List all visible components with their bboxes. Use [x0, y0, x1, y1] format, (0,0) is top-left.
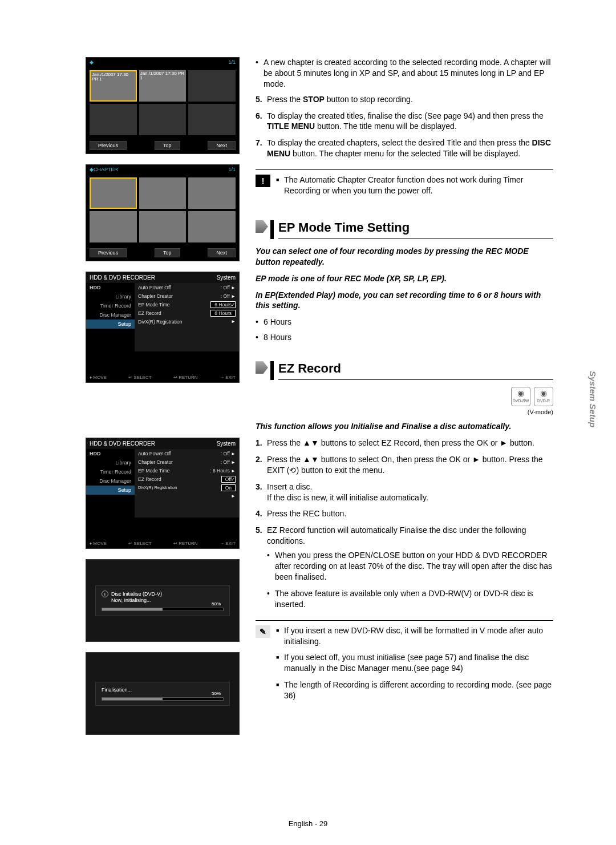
dvd-r-icon: DVD-R: [534, 387, 553, 406]
system-menu-ez-record: HDD & DVD RECORDERSystem HDD Library Tim…: [86, 438, 240, 549]
dvd-rw-icon: DVD-RW: [511, 387, 530, 406]
thumbnail: Jan./1/2007 17:30 PR 1: [90, 70, 137, 102]
thumbnail: Jan./1/2007 17:30 PR 1: [139, 70, 187, 102]
step-6: 6.To display the created titles, finalis…: [256, 111, 553, 132]
thumbnail: [139, 177, 187, 209]
previous-button[interactable]: Previous: [90, 248, 127, 257]
page-count: 1/1: [228, 59, 236, 65]
note-icon: ✎: [256, 625, 270, 638]
chapter-thumbnail-panel: ◆CHAPTER1/1 Previous Top Next: [86, 164, 240, 261]
chapter-label: CHAPTER: [94, 167, 118, 172]
page-footer: English - 29: [289, 819, 328, 828]
side-section-label: System Setup: [588, 371, 598, 427]
ez-note-1: If you insert a new DVD-RW disc, it will…: [276, 625, 553, 647]
ez-step-2: 2.Press the ▲▼ buttons to select On, the…: [256, 454, 553, 476]
system-menu-ep-mode: HDD & DVD RECORDERSystem HDD Library Tim…: [86, 272, 240, 383]
thumbnail: [139, 211, 187, 242]
next-button[interactable]: Next: [208, 248, 236, 257]
thumbnail: [90, 211, 137, 242]
right-column: A new chapter is created according to th…: [256, 57, 593, 735]
caution-note: The Automatic Chapter Creator function d…: [276, 175, 553, 196]
ez-step-4: 4.Press the REC button.: [256, 508, 553, 519]
top-button[interactable]: Top: [155, 248, 180, 257]
thumbnail-empty: [188, 70, 236, 102]
step-7: 7.To display the created chapters, selec…: [256, 138, 553, 159]
thumbnail: [90, 177, 137, 209]
ez-step-5-sub1: When you press the OPEN/CLOSE button on …: [267, 550, 553, 583]
ez-step-3: 3.Insert a disc.If the disc is new, it w…: [256, 482, 553, 503]
left-column: ◆1/1 Jan./1/2007 17:30 PR 1 Jan./1/2007 …: [86, 57, 240, 735]
disc-icons: DVD-RW DVD-R: [256, 387, 553, 406]
intro-bullet: A new chapter is created according to th…: [256, 57, 553, 90]
thumbnail: [188, 177, 236, 209]
ep-option-1: 6 Hours: [256, 317, 553, 328]
ep-option-2: 8 Hours: [256, 332, 553, 343]
top-button[interactable]: Top: [155, 141, 180, 150]
thumbnail-empty: [188, 104, 236, 135]
title-thumbnail-panel: ◆1/1 Jan./1/2007 17:30 PR 1 Jan./1/2007 …: [86, 57, 240, 154]
arrow-icon: [256, 220, 268, 233]
ez-note-2: If you select off, you must initialise (…: [276, 652, 553, 674]
thumbnail-empty: [90, 104, 137, 135]
info-icon: i: [102, 591, 108, 597]
caution-icon: !: [256, 175, 270, 187]
ez-record-heading: EZ Record: [256, 361, 553, 380]
ez-step-1: 1.Press the ▲▼ buttons to select EZ Reco…: [256, 438, 553, 448]
next-button[interactable]: Next: [208, 141, 236, 150]
step-5: 5.Press the STOP button to stop recordin…: [256, 94, 553, 105]
initialising-dialog: iDisc Initialise (DVD-V) Now, Initialisi…: [86, 559, 240, 642]
finalisation-dialog: Finalisation... 50%: [86, 652, 240, 735]
ep-mode-heading: EP Mode Time Setting: [256, 220, 553, 239]
ez-step-5: 5.EZ Record function will automatically …: [256, 525, 553, 609]
arrow-icon: [256, 361, 268, 374]
thumbnail-empty: [139, 104, 187, 135]
thumbnail: [188, 211, 236, 242]
ez-note-3: The length of Recording is different acc…: [276, 680, 553, 701]
ez-step-5-sub2: The above feature is available only when…: [267, 588, 553, 610]
previous-button[interactable]: Previous: [90, 141, 127, 150]
page: ◆1/1 Jan./1/2007 17:30 PR 1 Jan./1/2007 …: [0, 0, 616, 758]
